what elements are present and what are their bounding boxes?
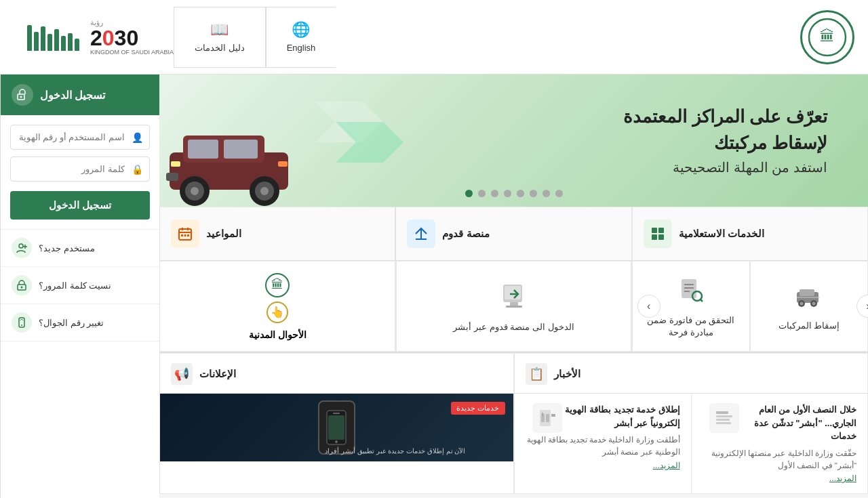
- svg-point-59: [335, 440, 338, 443]
- civil-affairs-item[interactable]: 🏛 👆 الأحوال المدنية: [159, 261, 395, 352]
- banner-line2: لإسقاط مركبتك: [623, 133, 827, 154]
- dot-7[interactable]: [478, 190, 486, 197]
- scrap-item[interactable]: إسقاط المركبات: [750, 261, 868, 352]
- svg-point-31: [812, 302, 815, 306]
- svg-line-38: [701, 299, 703, 302]
- informational-items: › إسقاط المركبات: [632, 261, 868, 352]
- svg-rect-41: [510, 302, 518, 306]
- svg-rect-12: [171, 161, 180, 167]
- globe-icon: 🌐: [292, 21, 310, 39]
- svg-rect-48: [716, 411, 728, 414]
- bar-8: [27, 25, 32, 51]
- shape-arrow-2: [336, 122, 403, 163]
- bar-1: [75, 39, 79, 51]
- bar-7: [34, 32, 39, 51]
- bar-5: [47, 34, 52, 51]
- svg-rect-15: [652, 228, 657, 233]
- dot-5[interactable]: [504, 190, 511, 197]
- login-button[interactable]: تسجيل الدخول: [10, 191, 150, 220]
- informational-services-header: الخدمات الاستعلامية: [632, 207, 868, 261]
- civil-logos: 🏛 👆: [264, 272, 290, 324]
- svg-rect-51: [716, 422, 731, 424]
- svg-text:👆: 👆: [271, 306, 284, 318]
- svg-point-62: [20, 96, 22, 98]
- password-wrapper: 🔒: [10, 157, 150, 182]
- svg-text:🏛: 🏛: [820, 28, 835, 45]
- logo-icon: 🏛: [800, 10, 854, 64]
- service-guide-label: دليل الخدمات: [195, 43, 245, 53]
- username-input[interactable]: [10, 125, 150, 150]
- svg-point-67: [21, 287, 23, 289]
- svg-rect-5: [224, 140, 258, 159]
- news-icon-2: [532, 403, 562, 433]
- svg-text:🏛: 🏛: [271, 277, 283, 291]
- service-guide-button[interactable]: 📖 دليل الخدمات: [174, 7, 266, 68]
- svg-rect-60: [333, 413, 340, 414]
- dot-1[interactable]: [555, 190, 563, 197]
- dot-6[interactable]: [491, 190, 498, 197]
- announcement-section: الإعلانات 📢 خدمات جديدة: [159, 353, 514, 494]
- svg-rect-54: [546, 414, 549, 422]
- bar-3: [61, 36, 66, 51]
- svg-rect-16: [658, 228, 664, 233]
- svg-rect-4: [188, 140, 218, 159]
- bar-2: [68, 33, 73, 51]
- forgot-password-icon: [12, 275, 32, 295]
- header-nav: 🌐 English 📖 دليل الخدمات رؤية 2030 KINGD…: [14, 7, 336, 68]
- vision-logo: رؤية 2030 KINGDOM OF SAUDI ARABIA: [14, 18, 174, 56]
- news-item-1[interactable]: خلال النصف الأول من العام الجاري... "أبش…: [691, 394, 867, 493]
- news-item-2[interactable]: إطلاق خدمة تجديد بطاقة الهوية إلكترونياً…: [515, 394, 691, 493]
- svg-rect-50: [716, 419, 730, 421]
- announce-badge: خدمات جديدة: [451, 402, 505, 415]
- banner: تعرّف على المراكز المعتمدة لإسقاط مركبتك…: [159, 75, 868, 207]
- civil-affairs-label: الأحوال المدنية: [249, 329, 307, 340]
- svg-rect-49: [716, 415, 732, 417]
- invoice-icon: [679, 278, 703, 308]
- forgot-password-link[interactable]: نسيت كلمة المرور؟: [1, 267, 159, 304]
- banner-shapes: [261, 75, 465, 207]
- banner-text: تعرّف على المراكز المعتمدة لإسقاط مركبتك…: [623, 106, 827, 175]
- news-icon-1: [709, 403, 739, 433]
- news-body-2: أطلقت وزارة الداخلية خدمة تجديد بطاقة ال…: [526, 434, 680, 459]
- scrap-label: إسقاط المركبات: [778, 320, 840, 332]
- dot-3[interactable]: [530, 190, 537, 197]
- login-inputs: 👤 🔒: [1, 115, 159, 186]
- svg-point-69: [21, 325, 22, 326]
- service-headers: الخدمات الاستعلامية منصة قدوم: [159, 207, 868, 261]
- prev-arrow[interactable]: ›: [637, 295, 660, 318]
- platform-login-item[interactable]: الدخول الى منصة قدوم عبر أبشر: [396, 261, 631, 352]
- english-button[interactable]: 🌐 English: [266, 7, 336, 68]
- change-mobile-label: تغيير رقم الجوال؟: [39, 318, 104, 328]
- service-items-grid: › إسقاط المركبات: [159, 261, 868, 352]
- new-user-link[interactable]: مستخدم جديد؟: [1, 230, 159, 267]
- lock-icon: 🔒: [132, 164, 143, 175]
- informational-icon: [644, 220, 672, 248]
- dot-8[interactable]: [465, 190, 473, 197]
- announcement-image: خدمات جديدة الآن تم إط: [160, 394, 513, 461]
- svg-rect-27: [800, 289, 814, 296]
- change-mobile-link[interactable]: تغيير رقم الجوال؟: [1, 304, 159, 341]
- main-layout: تعرّف على المراكز المعتمدة لإسقاط مركبتك…: [0, 75, 868, 498]
- announcement-icon: 📢: [171, 363, 193, 385]
- content-area: تعرّف على المراكز المعتمدة لإسقاط مركبتك…: [159, 75, 868, 498]
- svg-rect-17: [652, 234, 657, 240]
- news-items: خلال النصف الأول من العام الجاري... "أبش…: [515, 394, 868, 493]
- informational-title: الخدمات الاستعلامية: [679, 228, 764, 240]
- news-title: الأخبار: [554, 368, 580, 380]
- news-more-2[interactable]: المزيد...: [653, 461, 680, 470]
- logo-area: 🏛: [800, 10, 854, 64]
- vision-bars: [27, 24, 79, 51]
- appointments-header: المواعيد: [159, 207, 395, 261]
- password-input[interactable]: [10, 157, 150, 182]
- new-user-label: مستخدم جديد؟: [39, 243, 95, 253]
- announcement-title: الإعلانات: [199, 368, 236, 380]
- news-more-1[interactable]: المزيد...: [829, 474, 856, 483]
- appointments-title: المواعيد: [206, 228, 241, 240]
- news-header: الأخبار 📋: [515, 354, 868, 394]
- dot-2[interactable]: [542, 190, 550, 197]
- new-user-icon: [12, 238, 32, 258]
- svg-rect-42: [506, 306, 522, 308]
- dot-4[interactable]: [517, 190, 524, 197]
- svg-rect-55: [542, 413, 543, 415]
- platform-icon: [407, 220, 435, 248]
